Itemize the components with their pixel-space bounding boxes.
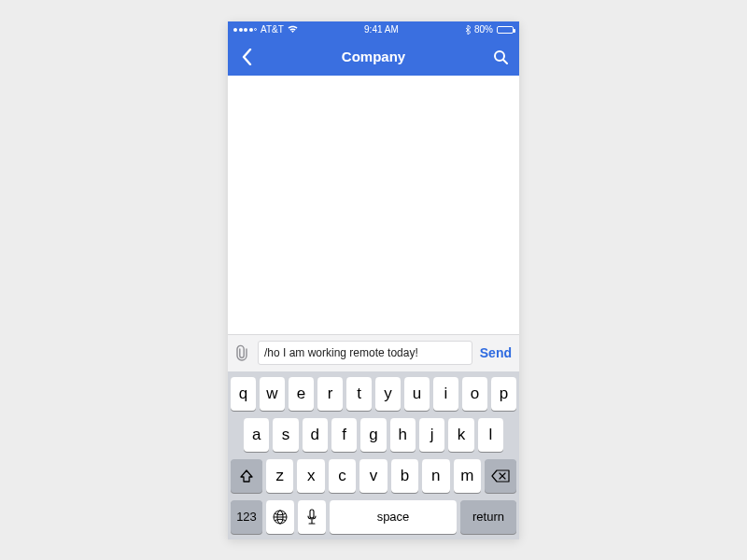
phone-frame: AT&T 9:41 AM 80% Company Send (228, 21, 519, 539)
search-button[interactable] (491, 49, 510, 64)
message-list (228, 76, 519, 334)
message-input[interactable] (258, 341, 472, 365)
key-x[interactable]: x (297, 459, 324, 493)
key-l[interactable]: l (478, 418, 503, 452)
key-h[interactable]: h (390, 418, 416, 452)
svg-line-1 (503, 60, 507, 63)
key-n[interactable]: n (422, 459, 449, 493)
key-w[interactable]: w (260, 377, 285, 411)
key-f[interactable]: f (331, 418, 357, 452)
key-c[interactable]: c (329, 459, 356, 493)
mic-key[interactable] (298, 500, 326, 534)
nav-bar: Company (228, 38, 519, 76)
mode-switch-key[interactable]: 123 (231, 500, 262, 534)
keyboard-row-2: a s d f g h j k l (231, 418, 516, 452)
key-e[interactable]: e (289, 377, 314, 411)
key-v[interactable]: v (359, 459, 387, 493)
backspace-key[interactable] (485, 459, 516, 493)
keyboard-row-3: z x c v b n m (231, 459, 516, 493)
wifi-icon (288, 25, 298, 34)
svg-rect-5 (310, 510, 314, 518)
space-key[interactable]: space (330, 500, 457, 534)
key-p[interactable]: p (491, 377, 516, 411)
key-d[interactable]: d (303, 418, 328, 452)
keyboard-row-4: 123 space return (231, 500, 516, 534)
key-z[interactable]: z (266, 459, 293, 493)
battery-icon (497, 26, 514, 34)
send-button[interactable]: Send (480, 345, 512, 360)
status-bar: AT&T 9:41 AM 80% (228, 21, 519, 38)
key-t[interactable]: t (346, 377, 372, 411)
globe-key[interactable] (266, 500, 294, 534)
key-m[interactable]: m (454, 459, 481, 493)
keyboard: q w e r t y u i o p a s d f g h j k l z (228, 371, 519, 539)
return-key[interactable]: return (460, 500, 516, 534)
clock: 9:41 AM (298, 24, 465, 35)
key-g[interactable]: g (360, 418, 386, 452)
key-r[interactable]: r (317, 377, 343, 411)
key-a[interactable]: a (244, 418, 269, 452)
key-k[interactable]: k (448, 418, 473, 452)
composer-bar: Send (228, 334, 519, 371)
battery-pct: 80% (474, 24, 493, 35)
shift-key[interactable] (231, 459, 262, 493)
key-b[interactable]: b (391, 459, 418, 493)
back-button[interactable] (237, 49, 256, 65)
attach-button[interactable] (235, 344, 250, 361)
signal-dots-icon (233, 28, 257, 32)
key-y[interactable]: y (375, 377, 401, 411)
bluetooth-icon (465, 25, 471, 35)
key-q[interactable]: q (231, 377, 256, 411)
key-s[interactable]: s (273, 418, 298, 452)
carrier-label: AT&T (261, 24, 284, 35)
key-u[interactable]: u (404, 377, 430, 411)
page-title: Company (256, 49, 491, 64)
keyboard-row-1: q w e r t y u i o p (231, 377, 516, 411)
key-o[interactable]: o (462, 377, 487, 411)
key-j[interactable]: j (419, 418, 444, 452)
key-i[interactable]: i (433, 377, 458, 411)
